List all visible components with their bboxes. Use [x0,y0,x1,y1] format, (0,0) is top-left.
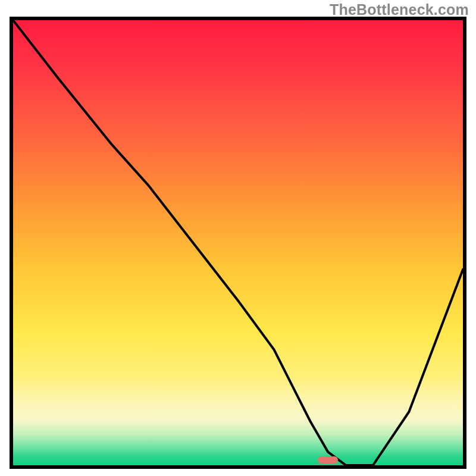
valley-marker [318,456,338,464]
curve-path [13,20,463,465]
bottleneck-curve [13,20,463,465]
chart-frame [10,17,466,469]
chart-stage: TheBottleneck.com [0,0,476,476]
watermark-label: TheBottleneck.com [330,1,469,18]
